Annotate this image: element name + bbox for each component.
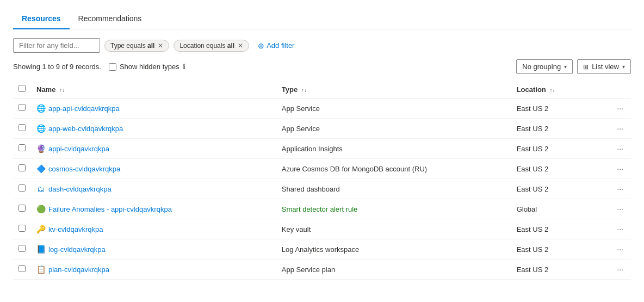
column-location[interactable]: Location ↑↓ — [511, 81, 609, 98]
table-row: 🌐app-web-cvldqavkrqkpaApp ServiceEast US… — [13, 119, 631, 139]
row-actions-cell: ··· — [609, 239, 631, 260]
resource-link[interactable]: 🌐app-api-cvldqavkrqkpa — [36, 104, 271, 113]
add-filter-label: Add filter — [267, 41, 294, 50]
row-checkbox-cell — [13, 139, 31, 159]
table-row: 🟢Failure Anomalies - appi-cvldqavkrqkpaS… — [13, 199, 631, 219]
row-checkbox[interactable] — [18, 104, 26, 111]
resource-link[interactable]: 🔑kv-cvldqavkrqkpa — [36, 225, 271, 233]
more-actions-button[interactable]: ··· — [615, 244, 626, 255]
resource-link[interactable]: 🗂dash-cvldqavkrqkpa — [36, 184, 271, 193]
view-chevron-icon: ▾ — [622, 64, 625, 70]
select-all-checkbox[interactable] — [18, 85, 26, 92]
more-actions-button[interactable]: ··· — [615, 264, 626, 275]
show-hidden-types-text: Show hidden types — [120, 63, 179, 71]
resource-icon: 🌐 — [36, 124, 45, 133]
filter-bar: Type equals all ✕ Location equals all ✕ … — [13, 38, 631, 53]
resource-link[interactable]: 📋plan-cvldqavkrqkpa — [36, 265, 271, 274]
row-checkbox[interactable] — [18, 184, 26, 192]
row-name-cell: 🔮appi-cvldqavkrqkpa — [31, 139, 276, 159]
resource-icon: 🌐 — [36, 104, 45, 113]
resource-type: Shared dashboard — [282, 185, 340, 193]
resource-icon: 🔮 — [36, 144, 45, 153]
row-actions-cell: ··· — [609, 98, 631, 119]
location-filter-close[interactable]: ✕ — [238, 42, 243, 50]
more-actions-button[interactable]: ··· — [615, 163, 626, 174]
toolbar-right: No grouping ▾ ⊞ List view ▾ — [516, 59, 631, 74]
more-actions-button[interactable]: ··· — [615, 204, 626, 214]
row-checkbox[interactable] — [18, 225, 26, 232]
resource-location: Global — [517, 205, 537, 213]
type-filter-tag[interactable]: Type equals all ✕ — [104, 40, 169, 52]
resource-location: East US 2 — [517, 125, 549, 133]
column-name[interactable]: Name ↑↓ — [31, 81, 276, 98]
location-filter-tag[interactable]: Location equals all ✕ — [174, 40, 249, 52]
view-label: List view — [592, 63, 619, 71]
resource-link[interactable]: 📘log-cvldqavkrqkpa — [36, 245, 271, 254]
row-type-cell: Log Analytics workspace — [276, 239, 511, 260]
tabs-bar: Resources Recommendations — [13, 9, 631, 29]
filter-input[interactable] — [13, 38, 100, 53]
row-name-cell: 🔑kv-cvldqavkrqkpa — [31, 219, 276, 239]
show-hidden-types-label[interactable]: Show hidden types — [109, 63, 179, 71]
grouping-label: No grouping — [522, 63, 561, 71]
row-checkbox-cell — [13, 98, 31, 119]
row-actions-cell: ··· — [609, 199, 631, 219]
resource-name: log-cvldqavkrqkpa — [48, 245, 106, 254]
row-actions-cell: ··· — [609, 159, 631, 179]
row-checkbox[interactable] — [18, 144, 26, 151]
resource-location: East US 2 — [517, 245, 549, 254]
more-actions-button[interactable]: ··· — [615, 103, 626, 114]
row-location-cell: East US 2 — [511, 219, 609, 239]
resource-link[interactable]: 🔮appi-cvldqavkrqkpa — [36, 144, 271, 153]
info-icon[interactable]: ℹ — [183, 63, 185, 71]
row-type-cell: App Service — [276, 119, 511, 139]
tab-resources[interactable]: Resources — [13, 9, 70, 29]
row-checkbox[interactable] — [18, 164, 26, 171]
more-actions-button[interactable]: ··· — [615, 224, 626, 235]
type-filter-close[interactable]: ✕ — [158, 42, 163, 50]
show-hidden-types-checkbox[interactable] — [109, 63, 116, 71]
table-row: 📋plan-cvldqavkrqkpaApp Service planEast … — [13, 260, 631, 280]
grouping-chevron-icon: ▾ — [564, 64, 567, 70]
resource-location: East US 2 — [517, 266, 549, 274]
row-name-cell: 📘log-cvldqavkrqkpa — [31, 239, 276, 260]
more-actions-button[interactable]: ··· — [615, 143, 626, 154]
row-checkbox[interactable] — [18, 245, 26, 252]
row-checkbox[interactable] — [18, 265, 26, 272]
resource-link[interactable]: 🟢Failure Anomalies - appi-cvldqavkrqkpa — [36, 205, 271, 213]
resource-name: cosmos-cvldqavkrqkpa — [48, 165, 120, 173]
resource-location: East US 2 — [517, 145, 549, 153]
tab-recommendations[interactable]: Recommendations — [70, 9, 151, 29]
row-checkbox[interactable] — [18, 205, 26, 212]
row-checkbox-cell — [13, 219, 31, 239]
resource-link[interactable]: 🔷cosmos-cvldqavkrqkpa — [36, 164, 271, 173]
view-dropdown[interactable]: ⊞ List view ▾ — [577, 59, 631, 74]
more-actions-button[interactable]: ··· — [615, 123, 626, 134]
row-name-cell: 🌐app-web-cvldqavkrqkpa — [31, 119, 276, 139]
select-all-header[interactable] — [13, 81, 31, 98]
row-checkbox-cell — [13, 239, 31, 260]
resource-name: Failure Anomalies - appi-cvldqavkrqkpa — [48, 205, 172, 213]
resource-icon: 🗂 — [36, 184, 45, 193]
row-type-cell: App Service plan — [276, 260, 511, 280]
row-name-cell: 🟢Failure Anomalies - appi-cvldqavkrqkpa — [31, 199, 276, 219]
row-location-cell: East US 2 — [511, 239, 609, 260]
resource-type: Azure Cosmos DB for MongoDB account (RU) — [282, 165, 427, 173]
more-actions-button[interactable]: ··· — [615, 183, 626, 194]
row-checkbox-cell — [13, 179, 31, 199]
resource-type: Smart detector alert rule — [282, 205, 357, 213]
row-type-cell: Smart detector alert rule — [276, 199, 511, 219]
row-type-cell: Key vault — [276, 219, 511, 239]
resource-type: App Service plan — [282, 266, 335, 274]
grouping-dropdown[interactable]: No grouping ▾ — [516, 59, 573, 74]
row-actions-cell: ··· — [609, 179, 631, 199]
add-filter-button[interactable]: ⊕ Add filter — [253, 40, 299, 52]
type-sort-icon: ↑↓ — [301, 87, 307, 93]
resource-location: East US 2 — [517, 104, 549, 113]
resource-link[interactable]: 🌐app-web-cvldqavkrqkpa — [36, 124, 271, 133]
type-filter-label: Type equals all — [110, 42, 154, 50]
column-type[interactable]: Type ↑↓ — [276, 81, 511, 98]
row-checkbox[interactable] — [18, 124, 26, 131]
row-checkbox-cell — [13, 260, 31, 280]
resource-type: Log Analytics workspace — [282, 245, 359, 254]
